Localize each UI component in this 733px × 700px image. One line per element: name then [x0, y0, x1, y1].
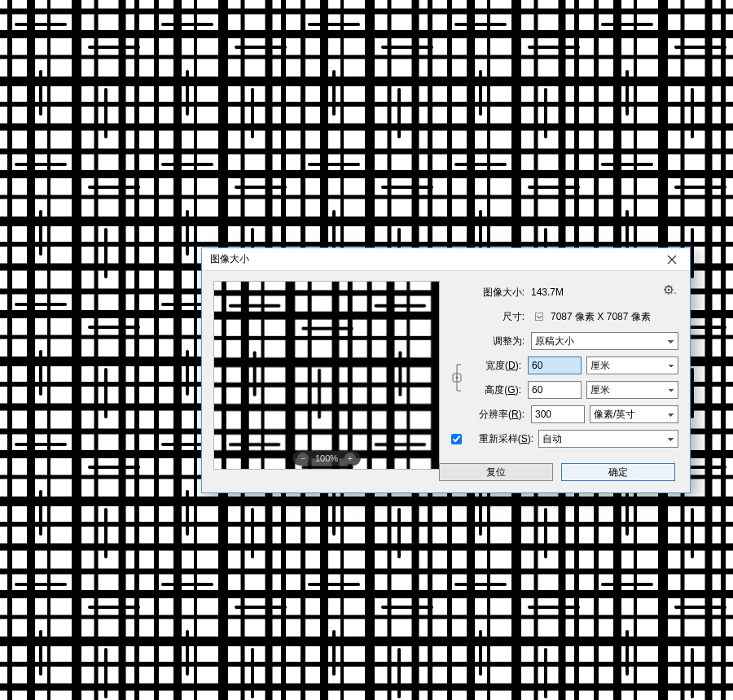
- svg-point-22: [674, 292, 676, 294]
- imagesize-label: 图像大小:: [451, 286, 525, 300]
- settings-menu-button[interactable]: [662, 284, 678, 295]
- dialog-titlebar[interactable]: 图像大小: [202, 248, 690, 271]
- zoom-in-button[interactable]: +: [345, 453, 356, 464]
- resample-method-select[interactable]: 自动: [538, 430, 678, 448]
- height-label: 高度(G):: [485, 383, 521, 397]
- width-input[interactable]: [528, 357, 582, 374]
- gear-icon: [664, 285, 677, 295]
- zoom-value: 100%: [315, 453, 338, 463]
- resample-checkbox[interactable]: [451, 434, 462, 444]
- svg-rect-23: [536, 313, 543, 321]
- dimensions-label: 尺寸:: [451, 310, 525, 324]
- fit-to-label: 调整为:: [451, 335, 525, 348]
- height-input[interactable]: [528, 381, 582, 399]
- width-label: 宽度(D):: [485, 359, 521, 373]
- svg-point-21: [668, 289, 669, 291]
- reset-button[interactable]: 复位: [439, 463, 553, 481]
- zoom-out-button[interactable]: −: [297, 453, 309, 464]
- imagesize-value: 143.7M: [531, 287, 564, 298]
- preview-thumbnail[interactable]: − 100% +: [213, 281, 440, 470]
- resolution-input[interactable]: [531, 405, 585, 423]
- resample-label: 重新采样(S):: [479, 432, 533, 446]
- svg-rect-19: [214, 282, 439, 469]
- width-unit-select[interactable]: 厘米: [586, 357, 678, 374]
- close-button[interactable]: [654, 248, 690, 271]
- dialog-title: 图像大小: [210, 252, 249, 266]
- height-unit-select[interactable]: 厘米: [586, 381, 678, 399]
- chevron-down-icon: [535, 313, 543, 321]
- dimensions-value: 7087 像素 X 7087 像素: [551, 310, 651, 324]
- resolution-label: 分辨率(R):: [479, 408, 525, 422]
- zoom-bar: − 100% +: [292, 451, 361, 466]
- fit-to-select[interactable]: 原稿大小: [531, 332, 678, 350]
- ok-button[interactable]: 确定: [561, 463, 675, 481]
- dimensions-unit-button[interactable]: [533, 311, 546, 322]
- svg-point-25: [456, 377, 459, 379]
- resolution-unit-select[interactable]: 像素/英寸: [590, 405, 678, 423]
- close-icon: [667, 255, 677, 265]
- image-size-dialog: 图像大小 − 100% + 图像大小: 143.7M 尺寸:: [201, 247, 691, 493]
